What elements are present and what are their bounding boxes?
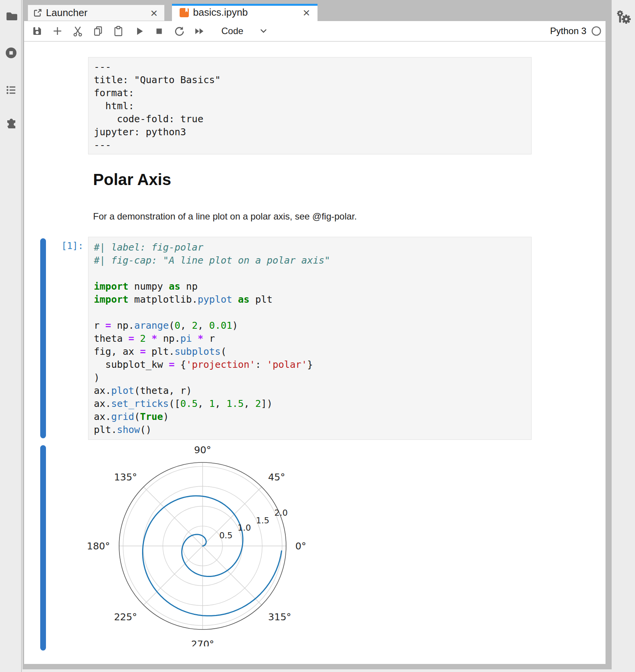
- run-icon: [133, 25, 144, 37]
- copy-icon: [92, 25, 104, 37]
- tab-launcher[interactable]: Launcher ×: [28, 5, 165, 21]
- right-sidebar: [612, 0, 635, 672]
- save-button[interactable]: [29, 23, 45, 39]
- table-of-contents-icon[interactable]: [5, 84, 17, 96]
- tab-basics-close-icon[interactable]: ×: [301, 7, 312, 18]
- chevron-down-icon: [259, 28, 268, 34]
- paste-cells-button[interactable]: [111, 23, 126, 39]
- output-cell-collapser[interactable]: [40, 445, 46, 651]
- svg-text:135°: 135°: [114, 472, 137, 483]
- svg-text:1.5: 1.5: [256, 516, 269, 525]
- launcher-icon: [33, 8, 42, 18]
- code-cell-editor[interactable]: #| label: fig-polar#| fig-cap: "A line p…: [88, 237, 532, 440]
- svg-text:2.0: 2.0: [274, 508, 288, 518]
- run-cell-button[interactable]: [131, 23, 146, 39]
- save-icon: [31, 25, 43, 37]
- svg-text:180°: 180°: [87, 541, 110, 552]
- restart-run-all-button[interactable]: [192, 23, 207, 39]
- svg-text:270°: 270°: [191, 639, 214, 647]
- cut-cells-button[interactable]: [70, 23, 85, 39]
- svg-text:0.5: 0.5: [219, 531, 232, 540]
- insert-cell-button[interactable]: [50, 23, 65, 39]
- svg-text:315°: 315°: [268, 611, 291, 623]
- notebook-content: ---title: "Quarto Basics"format: html: c…: [24, 42, 606, 664]
- notebook-toolbar: Code Python 3: [24, 21, 606, 42]
- restart-icon: [173, 25, 185, 37]
- svg-text:225°: 225°: [114, 611, 137, 623]
- cell-type-dropdown[interactable]: Code: [221, 26, 268, 36]
- markdown-paragraph: For a demonstration of a line plot on a …: [93, 211, 357, 222]
- svg-text:0°: 0°: [295, 541, 306, 552]
- copy-cells-button[interactable]: [90, 23, 106, 39]
- tab-launcher-close-icon[interactable]: ×: [148, 8, 160, 18]
- cell-type-value: Code: [221, 26, 243, 36]
- kernel-name-label: Python 3: [550, 26, 586, 36]
- code-cell-collapser[interactable]: [40, 238, 46, 438]
- markdown-heading: Polar Axis: [93, 170, 171, 189]
- notebook-panel: Code Python 3 ---title: "Quarto Basics"f…: [24, 21, 606, 664]
- interrupt-kernel-button[interactable]: [151, 23, 167, 39]
- plus-icon: [52, 25, 63, 37]
- fast-forward-icon: [193, 25, 206, 37]
- tab-basics-label: basics.ipynb: [193, 7, 248, 18]
- paste-icon: [113, 25, 124, 37]
- tab-basics-ipynb[interactable]: basics.ipynb ×: [172, 4, 318, 21]
- left-sidebar: [0, 0, 22, 672]
- kernel-status-indicator[interactable]: [591, 26, 602, 36]
- svg-text:45°: 45°: [268, 472, 285, 483]
- polar-axis-figure: 0°45°90°135°180°225°270°315°0.51.01.52.0: [80, 446, 325, 646]
- file-browser-icon[interactable]: [5, 10, 17, 22]
- raw-cell-editor[interactable]: ---title: "Quarto Basics"format: html: c…: [88, 57, 532, 154]
- tab-launcher-label: Launcher: [46, 7, 87, 19]
- property-inspector-gears-icon[interactable]: [615, 8, 632, 25]
- polar-plot-output: 0°45°90°135°180°225°270°315°0.51.01.52.0: [80, 446, 325, 646]
- svg-text:90°: 90°: [194, 446, 211, 456]
- active-tab-accent: [172, 4, 318, 6]
- svg-text:1.0: 1.0: [237, 523, 251, 533]
- running-kernels-icon[interactable]: [5, 47, 17, 59]
- cut-icon: [72, 25, 83, 37]
- extension-manager-icon[interactable]: [5, 118, 17, 130]
- tab-bar: Launcher × basics.ipynb ×: [24, 0, 606, 21]
- notebook-file-icon: [179, 8, 189, 18]
- execution-count-prompt: [1]:: [41, 241, 83, 251]
- restart-kernel-button[interactable]: [172, 23, 187, 39]
- stop-icon: [153, 25, 165, 37]
